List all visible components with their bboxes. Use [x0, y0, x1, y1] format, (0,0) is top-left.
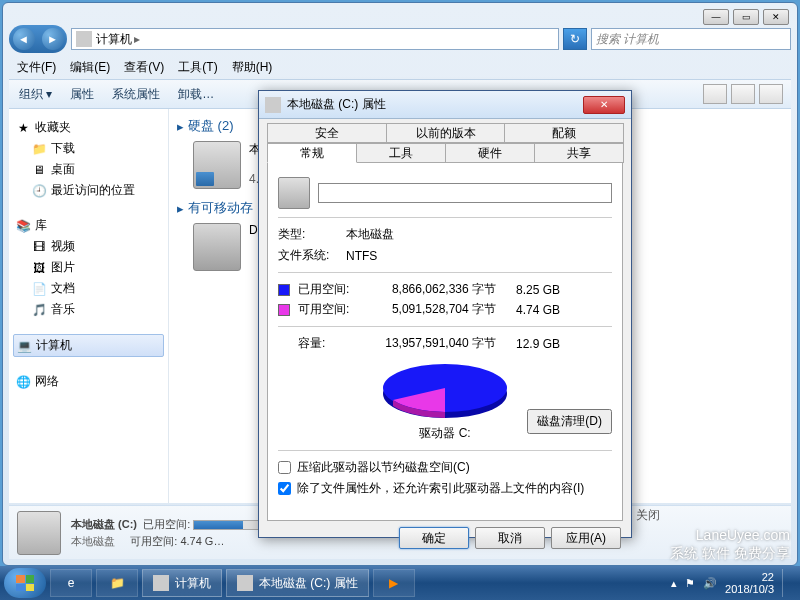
drive-icon — [237, 575, 253, 591]
dialog-close-button[interactable]: ✕ — [583, 96, 625, 114]
menu-edit[interactable]: 编辑(E) — [70, 59, 110, 76]
apply-button[interactable]: 应用(A) — [551, 527, 621, 549]
sidebar-item-downloads[interactable]: 📁下载 — [13, 138, 164, 159]
fs-value: NTFS — [346, 249, 377, 263]
tab-general[interactable]: 常规 — [267, 143, 357, 163]
tool-uninstall[interactable]: 卸载… — [178, 86, 214, 103]
library-icon: 📚 — [15, 218, 31, 234]
tab-row-2: 常规 工具 硬件 共享 — [267, 143, 623, 163]
tool-properties[interactable]: 属性 — [70, 86, 94, 103]
sidebar-computer[interactable]: 💻计算机 — [13, 334, 164, 357]
breadcrumb-root[interactable]: 计算机 — [96, 31, 132, 48]
tool-sysprops[interactable]: 系统属性 — [112, 86, 160, 103]
menu-help[interactable]: 帮助(H) — [232, 59, 273, 76]
disk-cleanup-button[interactable]: 磁盘清理(D) — [527, 409, 612, 434]
used-label: 已用空间: — [298, 281, 358, 298]
maximize-button[interactable]: ▭ — [733, 9, 759, 25]
back-button[interactable]: ◄ — [13, 28, 35, 50]
menu-view[interactable]: 查看(V) — [124, 59, 164, 76]
compress-checkbox[interactable] — [278, 461, 291, 474]
sidebar-item-pictures[interactable]: 🖼图片 — [13, 257, 164, 278]
tab-row-1: 安全 以前的版本 配额 — [267, 123, 623, 143]
sidebar-libraries[interactable]: 📚库 — [13, 215, 164, 236]
sidebar-item-documents[interactable]: 📄文档 — [13, 278, 164, 299]
capacity-label: 容量: — [298, 335, 358, 352]
capacity-gb: 12.9 GB — [504, 337, 560, 351]
dialog-titlebar[interactable]: 本地磁盘 (C:) 属性 ✕ — [259, 91, 631, 119]
tab-previous-versions[interactable]: 以前的版本 — [386, 123, 506, 143]
breadcrumb-separator: ▸ — [134, 32, 140, 46]
close-button[interactable]: ✕ — [763, 9, 789, 25]
type-value: 本地磁盘 — [346, 226, 394, 243]
tab-quota[interactable]: 配额 — [504, 123, 624, 143]
menu-bar: 文件(F) 编辑(E) 查看(V) 工具(T) 帮助(H) — [9, 57, 791, 77]
star-icon: ★ — [15, 120, 31, 136]
tab-sharing[interactable]: 共享 — [534, 143, 624, 163]
computer-icon: 💻 — [16, 338, 32, 354]
music-icon: 🎵 — [31, 302, 47, 318]
pinned-ie[interactable]: e — [50, 569, 92, 597]
tray-expand-icon[interactable]: ▴ — [671, 577, 677, 590]
drive-icon — [265, 97, 281, 113]
dialog-buttons: 确定 取消 应用(A) — [267, 521, 623, 549]
show-desktop-button[interactable] — [782, 569, 790, 597]
sidebar-item-music[interactable]: 🎵音乐 — [13, 299, 164, 320]
menu-tools[interactable]: 工具(T) — [178, 59, 217, 76]
sidebar-item-recent[interactable]: 🕘最近访问的位置 — [13, 180, 164, 201]
action-center-icon[interactable]: ⚑ — [685, 577, 695, 590]
address-bar[interactable]: 计算机 ▸ — [71, 28, 559, 50]
windows-logo-icon — [16, 575, 34, 591]
fs-label: 文件系统: — [278, 247, 338, 264]
network-icon: 🌐 — [15, 374, 31, 390]
taskbar-item-properties[interactable]: 本地磁盘 (C:) 属性 — [226, 569, 369, 597]
compress-label: 压缩此驱动器以节约磁盘空间(C) — [297, 459, 470, 476]
preview-pane-button[interactable] — [731, 84, 755, 104]
volume-label-input[interactable] — [318, 183, 612, 203]
volume-icon[interactable]: 🔊 — [703, 577, 717, 590]
tool-organize[interactable]: 组织 ▾ — [19, 86, 52, 103]
watermark: LaneUyee.com 系统 软件 免费分享 — [670, 526, 790, 562]
used-bytes: 8,866,062,336 字节 — [366, 281, 496, 298]
tab-tools[interactable]: 工具 — [356, 143, 446, 163]
sidebar-item-desktop[interactable]: 🖥桌面 — [13, 159, 164, 180]
details-drive-icon — [17, 511, 61, 555]
sidebar-network[interactable]: 🌐网络 — [13, 371, 164, 392]
dialog-title-text: 本地磁盘 (C:) 属性 — [287, 96, 386, 113]
tab-security[interactable]: 安全 — [267, 123, 387, 143]
index-checkbox[interactable] — [278, 482, 291, 495]
pinned-explorer[interactable]: 📁 — [96, 569, 138, 597]
taskbar-item-explorer[interactable]: 计算机 — [142, 569, 222, 597]
search-input[interactable]: 搜索 计算机 — [591, 28, 791, 50]
clock-time[interactable]: 22 — [725, 571, 774, 583]
media-player-icon: ▶ — [389, 576, 398, 590]
ie-icon: e — [68, 576, 75, 590]
drive-icon — [278, 177, 310, 209]
folder-icon: 📁 — [31, 141, 47, 157]
address-row: ◄ ► 计算机 ▸ ↻ 搜索 计算机 — [9, 25, 791, 53]
refresh-button[interactable]: ↻ — [563, 28, 587, 50]
folder-icon: 📁 — [110, 576, 125, 590]
view-mode-button[interactable] — [703, 84, 727, 104]
menu-file[interactable]: 文件(F) — [17, 59, 56, 76]
pinned-media-player[interactable]: ▶ — [373, 569, 415, 597]
used-color-swatch — [278, 284, 290, 296]
free-color-swatch — [278, 304, 290, 316]
tab-hardware[interactable]: 硬件 — [445, 143, 535, 163]
sidebar-item-videos[interactable]: 🎞视频 — [13, 236, 164, 257]
nav-buttons: ◄ ► — [9, 25, 67, 53]
clock-date[interactable]: 2018/10/3 — [725, 583, 774, 595]
minimize-button[interactable]: — — [703, 9, 729, 25]
cancel-button[interactable]: 取消 — [475, 527, 545, 549]
system-tray: ▴ ⚑ 🔊 22 2018/10/3 — [671, 569, 796, 597]
details-free-label: 可用空间: — [130, 535, 177, 547]
free-bytes: 5,091,528,704 字节 — [366, 301, 496, 318]
ok-button[interactable]: 确定 — [399, 527, 469, 549]
forward-button[interactable]: ► — [42, 28, 64, 50]
help-icon-button[interactable] — [759, 84, 783, 104]
start-button[interactable] — [4, 568, 46, 598]
index-label: 除了文件属性外，还允许索引此驱动器上文件的内容(I) — [297, 480, 584, 497]
sidebar-favorites[interactable]: ★收藏夹 — [13, 117, 164, 138]
type-label: 类型: — [278, 226, 338, 243]
free-label: 可用空间: — [298, 301, 358, 318]
details-free-value: 4.74 G… — [180, 535, 224, 547]
